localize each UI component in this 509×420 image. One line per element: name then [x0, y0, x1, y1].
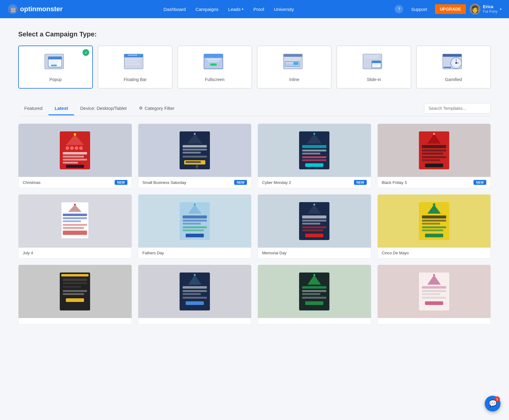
- svg-rect-82: [425, 164, 443, 167]
- template-thumb-cyber: [258, 124, 371, 177]
- tab-device[interactable]: Device: Desktop/Tablet: [74, 102, 133, 115]
- svg-rect-18: [208, 61, 219, 62]
- nav-campaigns[interactable]: Campaigns: [191, 4, 223, 14]
- main-content: Select a Campaign Type: ✓ Popup: [0, 18, 509, 337]
- logo[interactable]: 🤖 optinmonster: [7, 4, 63, 15]
- svg-rect-89: [63, 224, 87, 226]
- template-badge-blackfriday: NEW: [474, 180, 486, 185]
- svg-point-46: [66, 146, 69, 150]
- nav-dashboard[interactable]: Dashboard: [159, 4, 190, 14]
- svg-rect-63: [186, 161, 201, 163]
- svg-rect-4: [48, 57, 62, 59]
- template-card-cyber[interactable]: Cyber Monday 2 NEW: [258, 124, 371, 188]
- upgrade-button[interactable]: UPGRADE: [435, 4, 466, 14]
- svg-rect-114: [422, 220, 446, 222]
- slide-in-icon: [362, 52, 386, 73]
- fullscreen-icon: [203, 52, 227, 73]
- svg-rect-19: [210, 63, 217, 66]
- svg-rect-118: [425, 234, 443, 237]
- template-search-input[interactable]: [424, 103, 491, 113]
- nav-university[interactable]: University: [270, 4, 298, 14]
- svg-rect-98: [183, 226, 207, 228]
- svg-rect-131: [183, 290, 207, 292]
- svg-rect-105: [302, 220, 326, 222]
- template-thumb-cincodemayo: [378, 195, 491, 248]
- template-info-fathersday: Fathers Day: [138, 248, 251, 258]
- svg-point-48: [75, 146, 78, 150]
- popup-icon: [43, 52, 68, 73]
- template-card-memorialday[interactable]: Memorial Day: [258, 194, 371, 259]
- svg-rect-59: [183, 149, 207, 151]
- template-info-9: [19, 318, 132, 324]
- campaign-type-floating-bar[interactable]: Floating Bar: [98, 46, 172, 89]
- template-card-12[interactable]: [377, 265, 491, 324]
- navbar-links: Dashboard Campaigns Leads ▾ Proof Univer…: [72, 4, 385, 14]
- svg-rect-77: [422, 145, 446, 148]
- svg-rect-150: [425, 301, 443, 305]
- svg-rect-91: [63, 231, 87, 235]
- template-card-9[interactable]: [18, 265, 132, 324]
- template-thumb-christmas: [19, 124, 132, 177]
- svg-rect-121: [63, 279, 87, 281]
- campaign-type-slide-in[interactable]: Slide-in: [336, 46, 411, 89]
- template-info-cyber: Cyber Monday 2 NEW: [258, 177, 371, 188]
- template-name-cincodemayo: Cinco De Mayo: [382, 251, 409, 255]
- template-info-11: [258, 318, 371, 324]
- campaign-type-popup[interactable]: ✓ Popup: [18, 46, 93, 89]
- svg-rect-104: [302, 215, 326, 218]
- svg-rect-123: [63, 286, 81, 288]
- template-badge-small-biz: NEW: [234, 180, 247, 185]
- svg-rect-81: [422, 159, 440, 161]
- campaign-type-selector: ✓ Popup Floating Bar: [18, 46, 491, 89]
- svg-rect-106: [302, 223, 320, 225]
- tab-latest[interactable]: Latest: [49, 102, 74, 115]
- tab-device-label: Device: Desktop/Tablet: [80, 106, 126, 111]
- svg-point-45: [74, 133, 76, 136]
- svg-rect-51: [63, 156, 84, 158]
- svg-rect-21: [284, 54, 302, 57]
- svg-rect-140: [302, 293, 320, 295]
- template-card-blackfriday[interactable]: Black Friday 3 NEW: [377, 124, 491, 188]
- tab-category[interactable]: ⚙ Category Filter: [133, 102, 180, 115]
- nav-leads-label: Leads: [228, 7, 241, 12]
- svg-point-112: [433, 203, 435, 206]
- svg-rect-42: [443, 67, 451, 68]
- svg-rect-139: [302, 290, 326, 292]
- svg-rect-148: [422, 293, 440, 295]
- nav-proof[interactable]: Proof: [249, 4, 268, 14]
- inline-icon: [282, 52, 306, 73]
- svg-rect-109: [305, 234, 323, 237]
- campaign-fullscreen-label: Fullscreen: [205, 77, 225, 82]
- svg-rect-113: [422, 215, 446, 218]
- svg-rect-32: [372, 61, 381, 63]
- help-button[interactable]: ?: [395, 5, 403, 13]
- navbar: 🤖 optinmonster Dashboard Campaigns Leads…: [0, 0, 509, 18]
- svg-rect-73: [305, 163, 323, 167]
- logo-text: optinmonster: [20, 5, 63, 13]
- template-name-small-biz: Small Business Saturday: [143, 180, 187, 185]
- template-card-fathersday[interactable]: Fathers Day: [138, 194, 252, 259]
- template-thumb-10: [138, 265, 251, 318]
- campaign-type-gamified[interactable]: Gamified: [416, 46, 491, 89]
- svg-rect-99: [183, 229, 204, 231]
- user-menu[interactable]: 👩 Erica Fat Pony ▾: [470, 4, 502, 15]
- template-card-july4[interactable]: July 4: [18, 194, 132, 259]
- template-card-cincodemayo[interactable]: Cinco De Mayo: [377, 194, 491, 259]
- user-name: Erica: [483, 4, 497, 9]
- nav-leads[interactable]: Leads ▾: [224, 4, 248, 14]
- template-name-july4: July 4: [23, 251, 33, 255]
- campaign-type-fullscreen[interactable]: Fullscreen: [177, 46, 252, 89]
- svg-point-103: [313, 204, 315, 205]
- template-card-11[interactable]: [258, 265, 371, 324]
- template-thumb-blackfriday: [378, 124, 491, 177]
- template-card-small-biz[interactable]: Small Business Saturday NEW: [138, 124, 252, 188]
- campaign-type-inline[interactable]: Inline: [257, 46, 332, 89]
- campaign-gamified-label: Gamified: [445, 77, 462, 82]
- template-info-blackfriday: Black Friday 3 NEW: [378, 177, 491, 188]
- tab-category-label: Category Filter: [145, 106, 174, 111]
- template-badge-christmas: NEW: [115, 180, 127, 185]
- tab-featured[interactable]: Featured: [18, 102, 49, 115]
- template-card-christmas[interactable]: Christmas NEW: [18, 124, 132, 188]
- template-card-10[interactable]: [138, 265, 252, 324]
- nav-support[interactable]: Support: [407, 4, 431, 14]
